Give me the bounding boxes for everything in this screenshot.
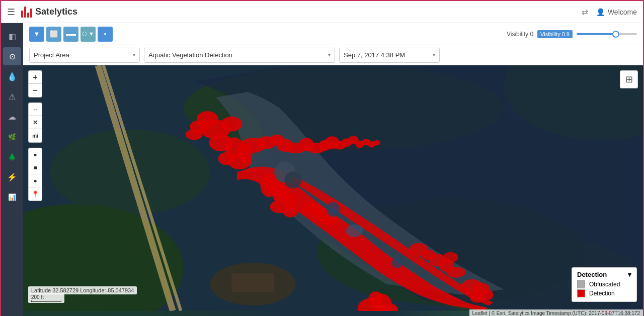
brand-name: Satelytics bbox=[35, 7, 77, 17]
coords-text: Latitude 32.582729 Longitude:-85.047934 bbox=[31, 287, 134, 293]
sidebar-item-cloud[interactable]: ☁ bbox=[3, 108, 21, 126]
map-attribution: Leaflet | © Esri, Satelytics Image Times… bbox=[469, 309, 643, 316]
svg-point-60 bbox=[346, 224, 363, 237]
navbar: ☰ Satelytics ⇄ 👤 Welcome bbox=[1, 1, 643, 23]
toolbar-right: Visibility 0 Visibility 0.9 bbox=[507, 30, 637, 38]
measure-mi-button[interactable]: mi bbox=[29, 129, 42, 142]
scale-label: 200 ft bbox=[31, 294, 61, 300]
svg-point-54 bbox=[368, 291, 383, 306]
logo-bar-1 bbox=[21, 11, 23, 18]
filter-row: Project Area ▾ Aquatic Vegetation Detect… bbox=[23, 45, 643, 65]
sidebar-item-bolt[interactable]: ⚡ bbox=[3, 168, 21, 186]
toolbar: ▼ ⬜ ▬▬ ⬡ ▼ ▪ Visibility 0 Visibility 0.9 bbox=[23, 23, 643, 45]
sidebar-item-leaf[interactable]: 🌿 bbox=[3, 128, 21, 146]
visibility-slider-wrap bbox=[577, 33, 637, 35]
svg-point-39 bbox=[283, 206, 298, 217]
project-area-select[interactable]: Project Area ▾ bbox=[29, 48, 140, 63]
sidebar-item-tree[interactable]: 🌲 bbox=[3, 148, 21, 166]
svg-point-61 bbox=[392, 257, 403, 268]
zoom-out-button[interactable]: − bbox=[29, 84, 42, 97]
navbar-right: ⇄ 👤 Welcome bbox=[582, 7, 637, 17]
cloud-icon: ☁ bbox=[8, 112, 16, 122]
legend-chevron: ▾ bbox=[628, 271, 631, 278]
svg-point-50 bbox=[443, 252, 458, 263]
detection-chevron: ▾ bbox=[328, 52, 331, 58]
chart-icon: 📊 bbox=[8, 193, 16, 201]
user-icon: 👤 bbox=[596, 8, 605, 16]
bolt-icon: ⚡ bbox=[7, 172, 17, 182]
project-area-chevron: ▾ bbox=[133, 52, 135, 58]
sidebar-item-warning[interactable]: ⚠ bbox=[3, 87, 21, 106]
draw-point-button[interactable]: ● bbox=[29, 148, 42, 161]
connections-icon[interactable]: ⇄ bbox=[582, 7, 588, 17]
legend-header[interactable]: Detection ▾ bbox=[577, 271, 631, 278]
main-content: ▼ ⬜ ▬▬ ⬡ ▼ ▪ Visibility 0 Visibility 0.9… bbox=[23, 23, 643, 315]
toolbar-btn-2[interactable]: ⬜ bbox=[46, 27, 61, 42]
svg-point-58 bbox=[480, 289, 493, 300]
svg-point-49 bbox=[446, 267, 465, 277]
detection-swatch bbox=[577, 289, 585, 297]
logo: Satelytics bbox=[21, 7, 77, 18]
measure-button-group: ↔ ✕ mi bbox=[28, 102, 42, 143]
scale-bar: 200 ft bbox=[31, 294, 61, 302]
logo-bar-2 bbox=[24, 7, 26, 18]
detection-label: Detection bbox=[589, 290, 615, 297]
logo-bar-3 bbox=[27, 13, 29, 18]
map-scale: 200 ft bbox=[28, 293, 64, 303]
toolbar-btn-5[interactable]: ▪ bbox=[98, 27, 113, 42]
svg-point-41 bbox=[284, 171, 301, 188]
welcome-menu[interactable]: 👤 Welcome bbox=[596, 8, 637, 16]
tree-icon: 🌲 bbox=[8, 153, 16, 161]
sidebar-item-layers[interactable]: ◧ bbox=[3, 27, 21, 45]
svg-point-59 bbox=[327, 202, 339, 217]
detection-label: Aquatic Vegetation Detection bbox=[148, 51, 232, 59]
svg-point-18 bbox=[186, 129, 203, 140]
detection-overlay bbox=[23, 65, 643, 311]
zoom-button-group: + − bbox=[28, 70, 42, 97]
visibility-label: Visibility 0 bbox=[507, 31, 533, 38]
logo-icon bbox=[21, 7, 32, 18]
logo-bar-4 bbox=[30, 9, 32, 18]
scale-line bbox=[31, 300, 61, 302]
visibility-badge: Visibility 0.9 bbox=[537, 30, 573, 38]
detection-select[interactable]: Aquatic Vegetation Detection ▾ bbox=[144, 48, 335, 63]
slider-thumb bbox=[612, 31, 619, 38]
layers-icon: ⊞ bbox=[625, 74, 633, 85]
welcome-label: Welcome bbox=[608, 8, 637, 16]
layers-icon: ◧ bbox=[9, 32, 16, 41]
draw-circle-button[interactable]: ● bbox=[29, 174, 42, 187]
map-legend: Detection ▾ Obfuscated Detection bbox=[572, 267, 637, 302]
obfuscated-swatch bbox=[577, 280, 585, 288]
warning-icon: ⚠ bbox=[9, 92, 16, 101]
draw-pin-button[interactable]: 📍 bbox=[29, 187, 42, 200]
project-area-label: Project Area bbox=[34, 51, 69, 59]
sidebar-item-drop[interactable]: 💧 bbox=[3, 67, 21, 85]
measure-distance-button[interactable]: ↔ bbox=[29, 103, 42, 116]
leaf-icon: 🌿 bbox=[8, 133, 16, 141]
toolbar-btn-4[interactable]: ⬡ ▼ bbox=[80, 27, 96, 42]
toolbar-btn-3[interactable]: ▬▬ bbox=[63, 27, 78, 42]
legend-title: Detection bbox=[577, 271, 607, 278]
map-layers-button[interactable]: ⊞ bbox=[620, 70, 638, 88]
legend-item-obfuscated: Obfuscated bbox=[577, 280, 631, 288]
zoom-in-button[interactable]: + bbox=[29, 71, 42, 84]
draw-rect-button[interactable]: ■ bbox=[29, 161, 42, 174]
legend-item-detection: Detection bbox=[577, 289, 631, 297]
visibility-slider[interactable] bbox=[577, 33, 637, 35]
date-chevron: ▾ bbox=[433, 52, 435, 58]
svg-point-10 bbox=[221, 117, 242, 132]
svg-rect-8 bbox=[231, 273, 274, 292]
sidebar: ◧ ⊙ 💧 ⚠ ☁ 🌿 🌲 ⚡ 📊 bbox=[1, 23, 23, 316]
map-zoom-controls: + − ↔ ✕ mi ● ■ ● 📍 bbox=[28, 70, 42, 201]
hamburger-menu[interactable]: ☰ bbox=[7, 7, 15, 18]
svg-point-34 bbox=[374, 140, 380, 146]
sidebar-item-chart[interactable]: 📊 bbox=[3, 188, 21, 206]
draw-button-group: ● ■ ● 📍 bbox=[28, 148, 42, 201]
date-select[interactable]: Sep 7, 2017 4:38 PM ▾ bbox=[339, 48, 440, 63]
obfuscated-label: Obfuscated bbox=[589, 281, 620, 288]
map-area[interactable]: + − ↔ ✕ mi ● ■ ● 📍 ⊞ bbox=[23, 65, 643, 316]
sidebar-item-pin[interactable]: ⊙ bbox=[3, 47, 21, 65]
measure-x-button[interactable]: ✕ bbox=[29, 116, 42, 129]
attribution-text: Leaflet | © Esri, Satelytics Image Times… bbox=[472, 310, 640, 316]
toolbar-btn-1[interactable]: ▼ bbox=[29, 27, 44, 42]
